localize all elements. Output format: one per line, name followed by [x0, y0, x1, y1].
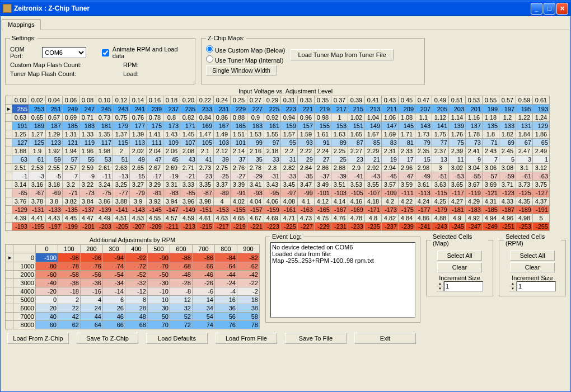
rpm-select-all-button[interactable]: Select All [510, 251, 555, 261]
load-label: Load: [123, 70, 139, 77]
rpm-label: RPM: [123, 62, 139, 68]
load-tuner-map-button[interactable]: Load Tuner Map from Tuner File [291, 49, 393, 60]
selected-cells-map-group: Selected Cells (Map) Select All Clear In… [426, 233, 493, 296]
map-clear-button[interactable]: Clear [437, 262, 482, 272]
selcells-rpm-legend: Selected Cells (RPM) [504, 233, 561, 247]
use-tuner-label: Use Tuner Map (Internal) [215, 57, 283, 64]
use-custom-radio[interactable] [206, 45, 213, 53]
event-log-group: Event Log: No device detected on COM6Loa… [265, 233, 420, 323]
rpm-increment-input[interactable] [517, 281, 556, 291]
minimize-button[interactable]: _ [531, 3, 542, 15]
table2-title: Additional Adjustments by RPM [5, 237, 260, 243]
tabstrip: Mappings [2, 18, 569, 30]
event-log-text[interactable]: No device detected on COM6Loaded data fr… [270, 242, 415, 318]
rpm-clear-button[interactable]: Clear [510, 262, 555, 272]
main-window: Zeitronix : Z-Chip Tuner _ □ ✕ Mappings … [0, 0, 571, 392]
animate-label: Animate RPM and Load data [113, 46, 190, 59]
comport-select[interactable]: COM6 [42, 47, 86, 58]
app-icon [3, 4, 12, 13]
rpm-increment-label: Increment Size [504, 275, 561, 281]
settings-legend: Settings: [10, 35, 38, 41]
zchip-maps-group: Z-Chip Maps: Use Custom Map (Below) Use … [201, 35, 425, 84]
window-title: Zeitronix : Z-Chip Tuner [14, 4, 531, 12]
selcells-map-legend: Selected Cells (Map) [431, 233, 488, 247]
map-increment-label: Increment Size [431, 275, 488, 281]
use-custom-label: Use Custom Map (Below) [215, 47, 285, 54]
zchip-maps-legend: Z-Chip Maps: [206, 35, 246, 41]
settings-group: Settings: COM Port: COM6 Animate RPM and… [5, 35, 195, 84]
map-increment-input[interactable] [444, 281, 483, 291]
custom-flash-label: Custom Map Flash Count: [10, 62, 83, 68]
table1-title: Input Voltage vs. Adjustment Level [5, 88, 566, 95]
tuner-flash-label: Tuner Map Flash Count: [10, 70, 83, 77]
map-inc-down[interactable]: ▼ [436, 286, 444, 291]
tab-mappings[interactable]: Mappings [2, 19, 41, 30]
map-inc-up[interactable]: ▲ [436, 281, 444, 286]
voltage-adjustment-grid[interactable]: 0.000.020.040.060.080.100.120.140.160.18… [5, 96, 550, 231]
save-to-zchip-button[interactable]: Save To Z-Chip [77, 333, 138, 344]
maximize-button[interactable]: □ [544, 3, 555, 15]
use-tuner-radio[interactable] [206, 55, 213, 63]
map-select-all-button[interactable]: Select All [437, 251, 482, 261]
load-from-zchip-button[interactable]: Load From Z-Chip [7, 333, 69, 344]
single-window-button[interactable]: Single Window Width [206, 65, 277, 75]
rpm-adjustment-grid[interactable]: 0100200300400500600700800900▸0-100-98-96… [5, 244, 260, 329]
rpm-inc-up[interactable]: ▲ [509, 281, 517, 286]
selected-cells-rpm-group: Selected Cells (RPM) Select All Clear In… [499, 233, 566, 296]
rpm-inc-down[interactable]: ▼ [509, 286, 517, 291]
comport-label: COM Port: [10, 46, 39, 59]
titlebar: Zeitronix : Z-Chip Tuner _ □ ✕ [1, 1, 570, 16]
load-from-file-button[interactable]: Load From File [216, 333, 277, 344]
load-defaults-button[interactable]: Load Defaults [146, 333, 208, 344]
exit-button[interactable]: Exit [354, 333, 416, 344]
eventlog-legend: Event Log: [270, 233, 303, 240]
close-button[interactable]: ✕ [556, 3, 568, 15]
animate-checkbox[interactable] [102, 49, 109, 56]
save-to-file-button[interactable]: Save To File [285, 333, 347, 344]
